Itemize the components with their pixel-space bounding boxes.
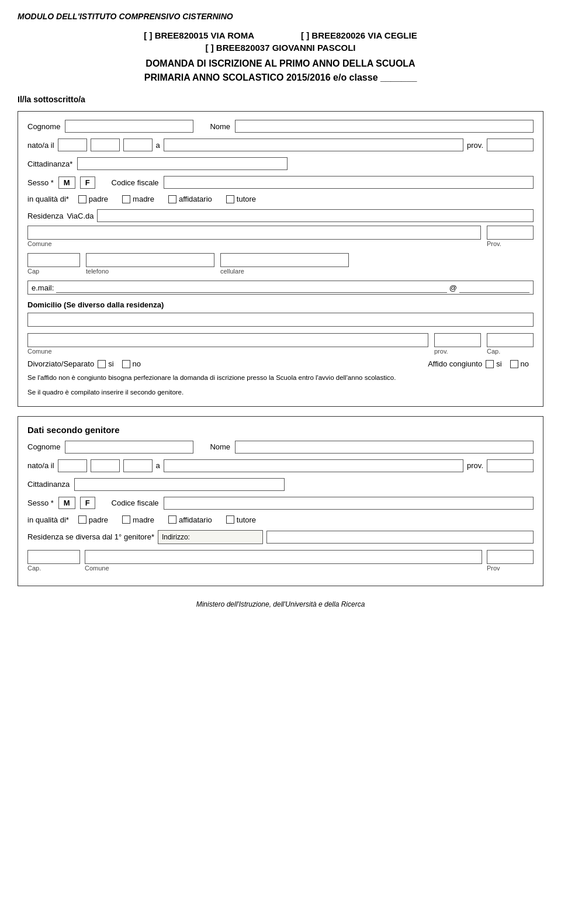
cittadinanza2-label: Cittadinanza <box>27 480 70 489</box>
email-label: e.mail: <box>32 283 54 292</box>
madre2-checkbox[interactable] <box>122 515 130 524</box>
domicilio-prov-sublabel: prov. <box>434 348 448 355</box>
comune-section: Comune <box>27 226 481 247</box>
email-domain-input[interactable] <box>459 282 529 293</box>
cittadinanza-row: Cittadinanza* <box>27 157 534 170</box>
nato-prov-input[interactable] <box>487 139 534 151</box>
sesso2-f-button[interactable]: F <box>80 497 95 509</box>
sesso-m-button[interactable]: M <box>58 177 75 189</box>
prov2-sublabel: Prov <box>487 565 500 572</box>
padre-checkbox-item: padre <box>78 195 108 203</box>
sesso-f-button[interactable]: F <box>80 177 95 189</box>
cognome2-nome2-row: Cognome Nome <box>27 441 534 454</box>
affidatario2-checkbox[interactable] <box>168 515 176 524</box>
domicilio-via-input[interactable] <box>27 313 534 327</box>
nato-yyyy-input[interactable] <box>123 139 153 151</box>
tutore2-checkbox-item: tutore <box>226 515 256 524</box>
madre-checkbox[interactable] <box>122 195 130 203</box>
indirizzo-label: Indirizzo: <box>162 533 190 541</box>
a-label: a <box>156 141 160 150</box>
cittadinanza2-input[interactable] <box>74 478 285 491</box>
sesso2-m-button[interactable]: M <box>58 497 75 509</box>
divorziato-no-checkbox[interactable] <box>122 360 130 368</box>
cittadinanza-input[interactable] <box>77 157 288 170</box>
cap-input[interactable] <box>27 253 80 267</box>
cap2-sublabel: Cap. <box>27 565 41 572</box>
sesso2-label: Sesso * <box>27 499 54 507</box>
nome-label: Nome <box>210 122 230 131</box>
nome2-input[interactable] <box>235 441 534 454</box>
telefono-sublabel: telefono <box>86 268 109 275</box>
at-label: @ <box>449 283 457 292</box>
telefono-input[interactable] <box>86 253 214 267</box>
divorziato-label: Divorziato/Separato <box>27 359 94 368</box>
domicilio-section: Domicilio (Se diverso dalla residenza) C… <box>27 300 534 355</box>
cap2-comune2-row: Cap. Comune Prov <box>27 550 534 572</box>
codice-fiscale2-input[interactable] <box>164 497 534 510</box>
affidatario-checkbox[interactable] <box>168 195 176 203</box>
residenza-row: Residenza ViaC.da <box>27 209 534 222</box>
cap-tel-row: Cap telefono cellulare <box>27 253 534 275</box>
padre-checkbox[interactable] <box>78 195 86 203</box>
affidatario-label: affidatario <box>179 195 212 203</box>
email-input[interactable] <box>56 282 447 293</box>
qualita-label: in qualità di* <box>27 195 69 203</box>
comune-prov-row: Comune Prov. <box>27 226 534 247</box>
nato-mm-input[interactable] <box>91 139 120 151</box>
comune2-input[interactable] <box>85 550 482 564</box>
cognome2-input[interactable] <box>65 441 193 454</box>
cap2-input[interactable] <box>27 550 80 564</box>
indirizzo-box: Indirizzo: <box>158 530 263 544</box>
residenza-via-input[interactable] <box>97 209 534 222</box>
tutore2-checkbox[interactable] <box>226 515 234 524</box>
cellulare-section: cellulare <box>220 253 349 275</box>
affido-si-checkbox[interactable] <box>486 360 494 368</box>
nato-citta-input[interactable] <box>164 139 463 151</box>
madre2-checkbox-item: madre <box>122 515 154 524</box>
nato2-citta-input[interactable] <box>164 459 463 472</box>
domicilio-comune-input[interactable] <box>27 333 428 347</box>
telefono-section: telefono <box>86 253 214 275</box>
main-title: DOMANDA DI ISCRIZIONE AL PRIMO ANNO DELL… <box>18 58 543 69</box>
nato2-prov-input[interactable] <box>487 459 534 472</box>
cognome-input[interactable] <box>65 120 193 133</box>
prov-input[interactable] <box>487 226 534 240</box>
prov2-section: Prov <box>487 550 534 572</box>
nato2-mm-input[interactable] <box>91 459 120 472</box>
nome-input[interactable] <box>235 120 534 133</box>
email-row: e.mail: @ <box>27 281 534 295</box>
prov-section: Prov. <box>487 226 534 247</box>
domicilio-prov-input[interactable] <box>434 333 481 347</box>
affido-no-label: no <box>521 359 529 368</box>
padre2-label: padre <box>89 515 108 524</box>
madre2-label: madre <box>133 515 154 524</box>
domicilio-comune-section: Comune <box>27 333 428 355</box>
code1: [ ] BREE820015 VIA ROMA <box>144 30 254 40</box>
affido-no-item: no <box>510 359 529 368</box>
codice-fiscale-input[interactable] <box>164 176 534 189</box>
sesso-cf-row: Sesso * M F Codice fiscale <box>27 176 534 189</box>
school-codes: [ ] BREE820015 VIA ROMA [ ] BREE820026 V… <box>18 30 543 53</box>
divorziato-si-item: si <box>98 359 113 368</box>
tutore-checkbox[interactable] <box>226 195 234 203</box>
code2: [ ] BREE820026 VIA CEGLIE <box>301 30 417 40</box>
padre2-checkbox[interactable] <box>78 515 86 524</box>
nato2-dd-input[interactable] <box>58 459 87 472</box>
comune-input[interactable] <box>27 226 481 240</box>
nato2-label: nato/a il <box>27 461 54 470</box>
cellulare-input[interactable] <box>220 253 349 267</box>
comune2-sublabel: Comune <box>85 565 109 572</box>
madre-checkbox-item: madre <box>122 195 154 203</box>
prov2-input[interactable] <box>487 550 534 564</box>
domicilio-cap-input[interactable] <box>487 333 534 347</box>
note1: Se l'affido non è congiunto bisogna perf… <box>27 373 534 383</box>
nato2-yyyy-input[interactable] <box>123 459 153 472</box>
nato-dd-input[interactable] <box>58 139 87 151</box>
viac-label: ViaC.da <box>67 212 94 220</box>
form-section-1: Cognome Nome nato/a il a prov. Cittadina… <box>18 111 543 407</box>
note2: Se il quadro è compilato inserire il sec… <box>27 387 534 397</box>
residenza2-via-input[interactable] <box>266 531 534 544</box>
affido-no-checkbox[interactable] <box>510 360 518 368</box>
divorziato-si-checkbox[interactable] <box>98 360 106 368</box>
nato-label: nato/a il <box>27 141 54 150</box>
